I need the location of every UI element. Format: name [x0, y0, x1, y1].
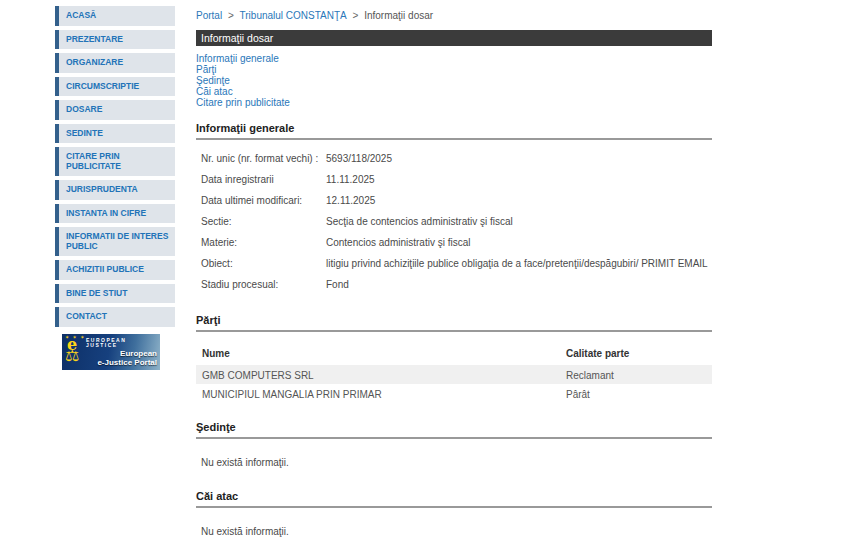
general-info-fields: Nr. unic (nr. format vechi) :5693/118/20…: [196, 153, 712, 300]
breadcrumb-separator: >: [225, 10, 236, 21]
anchor-link--edin-e[interactable]: Şedinţe: [196, 75, 712, 86]
field-value: Contencios administrativ şi fiscal: [326, 237, 712, 248]
breadcrumb: Portal > Tribunalul CONSTANŢA > Informaţ…: [196, 0, 712, 21]
sidebar-item-dosare[interactable]: DOSARE: [55, 100, 175, 120]
ejustice-portal-logo[interactable]: ✶ ✶ ✶ e EUROPEANJUSTICE ⚖ Europeane-Just…: [62, 334, 160, 370]
field-row: Data inregistrarii11.11.2025: [196, 174, 712, 195]
party-name: GMB COMPUTERS SRL: [202, 370, 566, 379]
heading-general-info: Informaţii generale: [196, 122, 712, 140]
sidebar-item-achizitii-publice[interactable]: ACHIZITII PUBLICE: [55, 260, 175, 280]
sidebar-item-informatii-de-interes-public[interactable]: INFORMATII DE INTERES PUBLIC: [55, 227, 175, 256]
sidebar-item-sedinte[interactable]: SEDINTE: [55, 124, 175, 144]
section-links: Informaţii generalePărţiŞedinţeCăi atacC…: [196, 53, 712, 108]
field-value: litigiu privind achiziţiile publice obli…: [326, 258, 712, 269]
column-header-name: Nume: [202, 348, 566, 359]
field-value: Secţia de contencios administrativ şi fi…: [326, 216, 712, 227]
sidebar-nav: ACASĂPREZENTAREORGANIZARECIRCUMSCRIPTIED…: [55, 6, 175, 327]
field-label: Nr. unic (nr. format vechi) :: [196, 153, 326, 164]
field-row: Obiect:litigiu privind achiziţiile publi…: [196, 258, 712, 279]
field-value: 5693/118/2025: [326, 153, 712, 164]
heading-hearings: Şedinţe: [196, 421, 712, 439]
parties-table: Nume Calitate parte GMB COMPUTERS SRLRec…: [196, 344, 712, 403]
ejustice-wordmark: EUROPEANJUSTICE: [86, 338, 126, 348]
sidebar-item-citare-prin-publicitate[interactable]: CITARE PRIN PUBLICITATE: [55, 147, 175, 176]
field-label: Data ultimei modificari:: [196, 195, 326, 206]
page-title: Informaţii dosar: [201, 32, 273, 44]
field-row: Materie:Contencios administrativ şi fisc…: [196, 237, 712, 258]
breadcrumb-separator: >: [350, 10, 361, 21]
breadcrumb-item[interactable]: Portal: [196, 10, 222, 21]
scales-of-justice-icon: ⚖: [65, 347, 79, 365]
field-label: Data inregistrarii: [196, 174, 326, 185]
appeals-empty-text: Nu există informaţii.: [196, 526, 712, 537]
field-value: 12.11.2025: [326, 195, 712, 206]
sidebar-item-organizare[interactable]: ORGANIZARE: [55, 53, 175, 73]
sidebar-item-prezentare[interactable]: PREZENTARE: [55, 30, 175, 50]
parties-table-body: GMB COMPUTERS SRLReclamantMUNICIPIUL MAN…: [196, 365, 712, 403]
field-value: Fond: [326, 279, 712, 290]
field-row: Data ultimei modificari:12.11.2025: [196, 195, 712, 216]
table-row: MUNICIPIUL MANGALIA PRIN PRIMARPârât: [196, 384, 712, 403]
field-row: Stadiu procesual:Fond: [196, 279, 712, 300]
heading-parties: Părţi: [196, 314, 712, 332]
heading-appeals: Căi atac: [196, 490, 712, 508]
sidebar-item-bine-de-stiut[interactable]: BINE DE STIUT: [55, 284, 175, 304]
field-label: Materie:: [196, 237, 326, 248]
field-label: Sectie:: [196, 216, 326, 227]
page-title-bar: Informaţii dosar: [196, 30, 712, 46]
sidebar-item-circumscriptie[interactable]: CIRCUMSCRIPTIE: [55, 77, 175, 97]
field-value: 11.11.2025: [326, 174, 712, 185]
ejustice-caption: Europeane-Justice Portal: [97, 349, 157, 367]
anchor-link-c-i-atac[interactable]: Căi atac: [196, 86, 712, 97]
anchor-link-informa-ii-generale[interactable]: Informaţii generale: [196, 53, 712, 64]
sidebar-item-instanta-in-cifre[interactable]: INSTANTA IN CIFRE: [55, 204, 175, 224]
anchor-link-p-r-i[interactable]: Părţi: [196, 64, 712, 75]
main-content: Portal > Tribunalul CONSTANŢA > Informaţ…: [196, 0, 712, 548]
field-label: Obiect:: [196, 258, 326, 269]
sidebar: ACASĂPREZENTAREORGANIZARECIRCUMSCRIPTIED…: [55, 6, 175, 370]
sidebar-item-jurisprudenta[interactable]: JURISPRUDENTA: [55, 180, 175, 200]
field-row: Sectie:Secţia de contencios administrati…: [196, 216, 712, 237]
sidebar-item-acas-[interactable]: ACASĂ: [55, 6, 175, 26]
field-label: Stadiu procesual:: [196, 279, 326, 290]
parties-table-header: Nume Calitate parte: [196, 344, 712, 365]
breadcrumb-item: Informaţii dosar: [364, 10, 433, 21]
party-name: MUNICIPIUL MANGALIA PRIN PRIMAR: [202, 389, 566, 398]
sidebar-item-contact[interactable]: CONTACT: [55, 307, 175, 327]
breadcrumb-item[interactable]: Tribunalul CONSTANŢA: [240, 10, 347, 21]
field-row: Nr. unic (nr. format vechi) :5693/118/20…: [196, 153, 712, 174]
anchor-link-citare-prin-publicitate[interactable]: Citare prin publicitate: [196, 97, 712, 108]
column-header-role: Calitate parte: [566, 348, 712, 359]
hearings-empty-text: Nu există informaţii.: [196, 457, 712, 468]
table-row: GMB COMPUTERS SRLReclamant: [196, 365, 712, 384]
party-role: Pârât: [566, 389, 712, 398]
party-role: Reclamant: [566, 370, 712, 379]
